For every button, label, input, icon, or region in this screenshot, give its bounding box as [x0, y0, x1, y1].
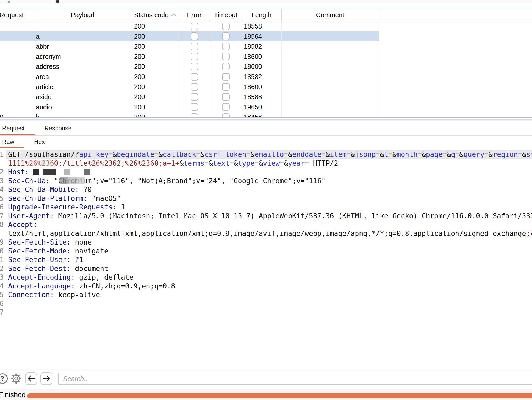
result-row-0[interactable]: 020018558: [0, 21, 379, 31]
column-header-payload[interactable]: Payload: [34, 9, 132, 21]
length-cell: 18588: [244, 92, 262, 102]
timeout-checkbox[interactable]: [222, 32, 230, 40]
error-checkbox[interactable]: [191, 63, 198, 70]
editor-line-text: Accept-Encoding: gzip, deflate: [8, 273, 134, 282]
svg-text:?: ?: [1, 375, 4, 382]
length-cell: 18582: [244, 72, 262, 82]
timeout-checkbox[interactable]: [222, 93, 230, 101]
editor-line-text: User-Agent: Mozilla/5.0 (Macintosh; Inte…: [8, 212, 532, 220]
timeout-checkbox[interactable]: [222, 83, 230, 91]
timeout-checkbox[interactable]: [222, 103, 230, 111]
timeout-checkbox[interactable]: [222, 73, 230, 81]
redaction-block: [60, 177, 68, 184]
column-header-timeout[interactable]: Timeout: [210, 9, 242, 21]
progress-bar: [27, 393, 532, 399]
redaction-block: [77, 177, 85, 184]
redaction-block: [64, 169, 70, 175]
result-row-10[interactable]: 10b20018456: [0, 112, 379, 117]
table-bottom-border: [0, 117, 532, 118]
error-checkbox[interactable]: [191, 103, 198, 111]
search-input[interactable]: [58, 373, 532, 385]
editor-line: 4Sec-Ch-Ua-Mobile: ?0: [0, 185, 532, 194]
body-column-separator: [179, 21, 179, 117]
status-code-cell: 200: [134, 112, 145, 117]
result-row-1[interactable]: 1a20018564: [0, 31, 379, 42]
timeout-checkbox[interactable]: [222, 43, 230, 50]
result-row-5[interactable]: 5area20018582: [0, 72, 379, 82]
back-button[interactable]: [25, 372, 37, 385]
error-checkbox[interactable]: [191, 73, 198, 81]
settings-gear-icon[interactable]: [10, 373, 22, 384]
editor-toolbar: ?: [0, 369, 532, 389]
line-number: 8: [0, 220, 4, 229]
request-number: 10: [0, 112, 3, 117]
editor-line: 14Accept-Language: zh-CN,zh;q=0.9,en;q=0…: [0, 282, 532, 291]
header-column-separator: [132, 9, 132, 21]
length-cell: 18564: [244, 31, 262, 42]
timeout-checkbox[interactable]: [222, 63, 230, 70]
column-header-request[interactable]: Request: [0, 9, 34, 21]
editor-line: 11Sec-Fetch-User: ?1: [0, 255, 532, 264]
error-checkbox[interactable]: [191, 53, 198, 60]
error-checkbox[interactable]: [191, 23, 198, 30]
result-row-6[interactable]: 6article20018600: [0, 82, 379, 92]
tab-label: Request: [2, 121, 25, 135]
subtab-hex[interactable]: Hex: [24, 136, 55, 148]
payload-cell: acronym: [36, 52, 61, 62]
payload-cell: abbr: [36, 41, 49, 52]
length-cell: 19650: [244, 102, 262, 112]
column-header-length[interactable]: Length: [242, 9, 281, 21]
body-column-separator: [281, 21, 282, 117]
error-checkbox[interactable]: [191, 83, 198, 91]
line-number: 17: [0, 308, 4, 317]
length-cell: 18600: [244, 52, 262, 62]
column-header-status[interactable]: Status code: [132, 9, 179, 21]
column-header-comment[interactable]: Comment: [281, 9, 379, 21]
editor-line: 1GET /southasian/?api_key=&begindate=&ca…: [0, 150, 532, 159]
error-checkbox[interactable]: [191, 93, 198, 101]
error-checkbox[interactable]: [191, 113, 198, 117]
help-icon[interactable]: ?: [0, 373, 8, 384]
header-column-separator: [242, 9, 242, 21]
redaction-block: [43, 169, 56, 175]
editor-line-text: Host:: [8, 168, 33, 176]
editor-line-text: Upgrade-Insecure-Requests: 1: [8, 203, 125, 212]
redaction-block: [28, 160, 39, 166]
error-checkbox[interactable]: [191, 43, 198, 50]
result-row-3[interactable]: 3acronym20018600: [0, 52, 379, 62]
editor-line: text/html,application/xhtml+xml,applicat…: [0, 229, 532, 238]
status-code-cell: 200: [134, 41, 145, 52]
editor-line-text: Accept:: [8, 220, 37, 229]
clipped-top-panel: [1, 0, 532, 3]
result-row-7[interactable]: 7aside20018588: [0, 92, 379, 102]
tab-request[interactable]: Request: [0, 121, 35, 135]
editor-line-text: Sec-Ch-Ua: "Chromium";v="116", "Not)A;Br…: [8, 176, 326, 185]
forward-button[interactable]: [40, 372, 52, 385]
status-code-cell: 200: [134, 31, 145, 42]
status-code-cell: 200: [134, 62, 145, 72]
payload-cell: area: [36, 72, 49, 82]
timeout-checkbox[interactable]: [222, 53, 230, 60]
column-header-error[interactable]: Error: [179, 9, 210, 21]
error-checkbox[interactable]: [191, 32, 198, 40]
editor-line: 10Sec-Fetch-Mode: navigate: [0, 247, 532, 255]
subtab-raw[interactable]: Raw: [0, 136, 24, 148]
timeout-checkbox[interactable]: [222, 23, 230, 30]
editor-line-text: Sec-Ch-Ua-Platform: "macOS": [8, 194, 121, 203]
tab-response[interactable]: Response: [35, 121, 82, 135]
editor-line-text: 1111%26%2360:/title%26%2362;%26%2360;a+1…: [8, 159, 338, 168]
length-cell: 18600: [244, 82, 262, 92]
result-row-8[interactable]: 8audio20019650: [0, 102, 379, 112]
header-column-separator: [281, 9, 282, 21]
line-number: 5: [0, 194, 4, 203]
result-row-4[interactable]: 4address20018600: [0, 62, 379, 72]
request-editor[interactable]: 1GET /southasian/?api_key=&begindate=&ca…: [0, 150, 532, 369]
editor-line: 6Upgrade-Insecure-Requests: 1: [0, 203, 532, 212]
payload-cell: audio: [36, 102, 52, 112]
result-row-2[interactable]: 2abbr20018582: [0, 41, 379, 52]
line-number: 12: [0, 264, 4, 273]
timeout-checkbox[interactable]: [222, 113, 230, 117]
line-number: 3: [0, 176, 4, 185]
intruder-results-window: RequestPayloadStatus codeErrorTimeoutLen…: [0, 0, 532, 400]
arrow-right-icon: [41, 373, 52, 384]
